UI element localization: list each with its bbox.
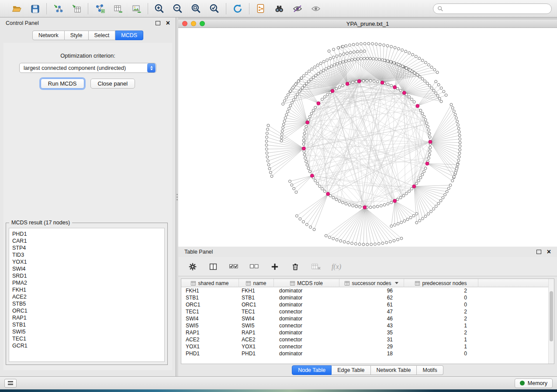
tab-network[interactable]: Network <box>32 31 65 40</box>
status-menu-button[interactable] <box>4 379 17 388</box>
network-canvas[interactable] <box>178 28 557 247</box>
tab-node-table[interactable]: Node Table <box>292 365 332 375</box>
add-column-button[interactable] <box>269 261 280 272</box>
table-row[interactable]: SWI5SWI5connector431 <box>181 322 548 329</box>
column-header-label: successor nodes <box>352 280 391 286</box>
tab-select[interactable]: Select <box>89 31 116 40</box>
column-header-name[interactable]: name <box>239 279 274 287</box>
cell-shared-name: TEC1 <box>181 308 239 315</box>
select-all-button[interactable] <box>228 261 239 272</box>
show-column-panel-button[interactable] <box>208 261 219 272</box>
table-row[interactable]: ORC1ORC1dominator610 <box>181 301 548 308</box>
chevron-down-icon <box>395 282 398 284</box>
column-type-icon <box>345 281 349 285</box>
mcds-result-item[interactable]: SWI4 <box>12 265 161 272</box>
close-panel-icon[interactable]: × <box>547 249 551 254</box>
mcds-result-item[interactable]: STB1 <box>12 321 161 328</box>
table-row[interactable]: ACE2ACE2connector311 <box>181 336 548 343</box>
mcds-result-item[interactable]: PHD1 <box>12 230 161 237</box>
float-panel-icon[interactable] <box>536 250 541 254</box>
open-folder-icon <box>11 3 22 14</box>
new-network-button[interactable] <box>93 2 106 15</box>
import-network-button[interactable] <box>52 2 65 15</box>
run-mcds-button[interactable]: Run MCDS <box>41 79 84 89</box>
cell-mcds-role: dominator <box>274 287 339 294</box>
mcds-result-item[interactable]: GCR1 <box>12 342 161 349</box>
tab-edge-table[interactable]: Edge Table <box>332 365 370 375</box>
mcds-result-item[interactable]: PMA2 <box>12 279 161 286</box>
delete-column-button[interactable] <box>290 261 301 272</box>
column-type-icon <box>246 281 251 285</box>
cell-mcds-role: dominator <box>274 301 339 308</box>
table-row[interactable]: YOX1YOX1connector291 <box>181 343 548 350</box>
zoom-out-icon <box>172 3 183 14</box>
window-close-icon[interactable] <box>182 21 187 26</box>
gear-icon <box>188 262 197 272</box>
zoom-fit-button[interactable] <box>190 2 203 15</box>
open-file-button[interactable] <box>10 2 23 15</box>
memory-button[interactable]: Memory <box>515 378 553 388</box>
zoom-out-button[interactable] <box>171 2 184 15</box>
table-row[interactable]: SWI4SWI4dominator462 <box>181 315 548 322</box>
mcds-result-item[interactable]: ACE2 <box>12 293 161 300</box>
zoom-selected-button[interactable] <box>208 2 221 15</box>
table-settings-button[interactable] <box>187 261 198 272</box>
zoom-in-button[interactable] <box>153 2 166 15</box>
table-row[interactable]: RAP1RAP1dominator352 <box>181 329 548 336</box>
column-header-shared-name[interactable]: shared name <box>181 279 239 287</box>
window-minimize-icon[interactable] <box>191 21 196 26</box>
cell-name: SWI4 <box>239 315 274 322</box>
share-document-button[interactable] <box>254 2 267 15</box>
memory-status-icon <box>520 381 525 385</box>
mcds-result-item[interactable]: TEC1 <box>12 335 161 342</box>
tab-style[interactable]: Style <box>65 31 89 40</box>
column-header-MCDS-role[interactable]: MCDS role <box>274 279 339 287</box>
mcds-result-item[interactable]: ORC1 <box>12 307 161 314</box>
close-panel-icon[interactable]: × <box>166 21 170 26</box>
network-graph[interactable] <box>178 28 557 247</box>
column-header-label: MCDS role <box>297 280 323 286</box>
delete-table-button[interactable] <box>310 261 322 272</box>
mcds-result-item[interactable]: CAR1 <box>12 237 161 244</box>
global-search-box[interactable] <box>433 3 552 14</box>
mcds-result-item[interactable]: SWI5 <box>12 328 161 335</box>
mcds-result-item[interactable]: SRD1 <box>12 272 161 279</box>
mcds-result-item[interactable]: STP4 <box>12 244 161 251</box>
toggle-graphics-button[interactable] <box>291 2 304 15</box>
export-table-button[interactable] <box>111 2 125 15</box>
table-row[interactable]: STB1STB1dominator620 <box>181 294 548 301</box>
close-panel-button[interactable]: Close panel <box>90 79 135 89</box>
tab-motifs[interactable]: Motifs <box>417 365 443 375</box>
import-network-icon <box>52 3 64 14</box>
mcds-result-item[interactable]: FKH1 <box>12 286 161 293</box>
tab-mcds[interactable]: MCDS <box>115 31 143 40</box>
float-panel-icon[interactable] <box>156 21 160 25</box>
search-input[interactable] <box>446 6 547 12</box>
deselect-all-button[interactable] <box>249 261 260 272</box>
search-network-button[interactable] <box>273 2 286 15</box>
table-scrollbar[interactable] <box>548 279 554 364</box>
scrollbar-thumb[interactable] <box>550 291 553 341</box>
show-details-button[interactable] <box>309 2 322 15</box>
refresh-layout-button[interactable] <box>231 2 244 15</box>
save-session-button[interactable] <box>28 2 42 15</box>
mcds-result-item[interactable]: STB5 <box>12 300 161 307</box>
table-row[interactable]: FKH1FKH1dominator962 <box>181 287 548 294</box>
mcds-result-item[interactable]: RAP1 <box>12 314 161 321</box>
column-header-predecessor-nodes[interactable]: predecessor nodes <box>404 279 478 287</box>
cell-predecessor-nodes: 2 <box>404 329 478 336</box>
function-builder-button[interactable]: f(x) <box>331 261 342 272</box>
cell-mcds-role: connector <box>274 343 339 350</box>
criterion-dropdown[interactable]: largest connected component (undirected) <box>19 63 156 73</box>
window-zoom-icon[interactable] <box>200 21 205 26</box>
tab-network-table[interactable]: Network Table <box>371 365 417 375</box>
import-table-button[interactable] <box>70 2 83 15</box>
table-row[interactable]: TEC1TEC1connector472 <box>181 308 548 315</box>
mcds-result-item[interactable]: YOX1 <box>12 258 161 265</box>
export-image-button[interactable] <box>130 2 143 15</box>
table-row[interactable]: PHD1PHD1dominator180 <box>181 350 548 357</box>
mcds-result-list[interactable]: PHD1CAR1STP4TID3YOX1SWI4SRD1PMA2FKH1ACE2… <box>9 228 165 362</box>
column-type-icon <box>191 281 196 285</box>
mcds-result-item[interactable]: TID3 <box>12 251 161 258</box>
column-header-successor-nodes[interactable]: successor nodes <box>339 279 404 287</box>
